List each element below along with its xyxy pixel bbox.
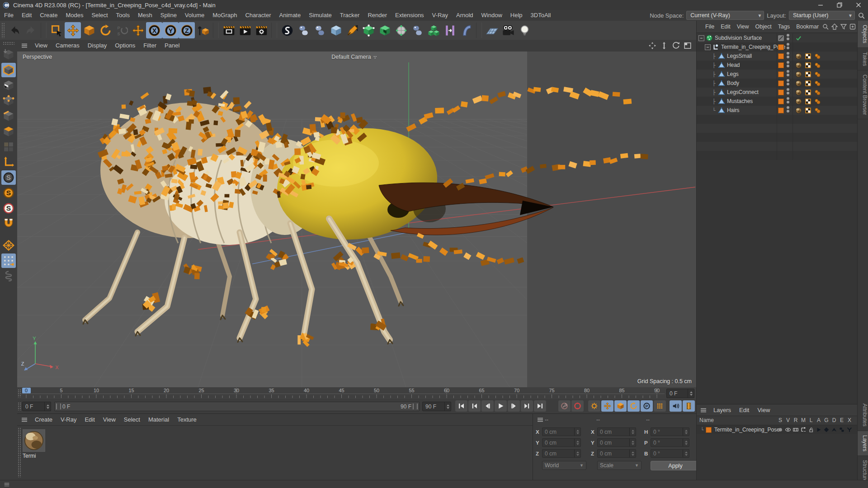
view-label[interactable]: Perspective — [23, 54, 52, 60]
minimize-button[interactable] — [811, 0, 830, 10]
python-c-button[interactable] — [409, 22, 425, 38]
tree-expander[interactable] — [698, 35, 704, 41]
layer-color-chip[interactable] — [778, 62, 784, 68]
polygon-object-icon[interactable] — [718, 98, 725, 105]
polygon-object-icon[interactable] — [718, 52, 725, 60]
menu-simulate[interactable]: Simulate — [305, 12, 336, 19]
coord-field-position-y[interactable]: 0 cm — [542, 438, 581, 447]
viewport[interactable]: Perspective Default Camera Grid Spacing … — [17, 52, 696, 387]
phong-tag-icon[interactable] — [814, 71, 821, 78]
enabled-check-icon[interactable] — [795, 35, 802, 42]
end-frame-field[interactable]: 90 F — [422, 402, 451, 411]
s-logo-button[interactable] — [279, 22, 295, 38]
object-row[interactable]: Termite_in_Creeping_Pose — [697, 42, 858, 52]
coord-field-rotation-b[interactable]: 0 ° — [651, 449, 689, 458]
play-button[interactable] — [495, 400, 507, 412]
layout-select[interactable]: Startup (User) ▼ — [789, 11, 855, 20]
filmstrip-button[interactable] — [683, 400, 695, 412]
layers-menu-edit[interactable]: Edit — [735, 405, 753, 416]
layer-color-chip[interactable] — [778, 99, 784, 104]
cube-points-button[interactable] — [360, 22, 377, 38]
object-menu-tags[interactable]: Tags — [775, 21, 793, 33]
last-tools-button[interactable]: PS — [113, 22, 130, 38]
polygon-object-icon[interactable] — [718, 80, 725, 87]
menu-extensions[interactable]: Extensions — [391, 12, 428, 19]
viewport-menu-options[interactable]: Options — [111, 40, 139, 52]
menu-mograph[interactable]: MoGraph — [208, 12, 241, 19]
layer-none-badge[interactable] — [778, 35, 784, 41]
kf-parameter-button[interactable]: P — [641, 400, 653, 412]
menu-v-ray[interactable]: V-Ray — [428, 12, 452, 19]
coord-field-rotation-p[interactable]: 0 ° — [651, 438, 689, 447]
camera-options-icon[interactable] — [373, 55, 377, 59]
sound-button[interactable] — [670, 400, 682, 412]
current-frame-field[interactable]: 0 F — [22, 402, 51, 411]
world-select[interactable]: World▼ — [542, 461, 586, 470]
material-menu-texture[interactable]: Texture — [173, 414, 201, 425]
toolbar-drag-handle[interactable] — [1, 23, 5, 38]
material-menu-view[interactable]: View — [99, 414, 120, 425]
layer-toggle-d-icon[interactable] — [830, 426, 838, 433]
viewport-maximize-icon[interactable] — [684, 42, 692, 50]
key-gear-button[interactable] — [588, 400, 600, 412]
workplane-button[interactable] — [1, 238, 16, 253]
axis-x-button[interactable]: X — [146, 22, 162, 38]
timeline-ruler[interactable]: 051015202530354045505560657075808590 0 F — [17, 387, 696, 399]
object-row[interactable]: ├Body — [697, 79, 858, 88]
spinner-arrows-icon[interactable] — [44, 402, 51, 411]
menu-tools[interactable]: Tools — [112, 12, 134, 19]
layer-toggle-r-icon[interactable] — [792, 426, 800, 433]
coord-field-scale-y[interactable]: 0 cm — [597, 438, 636, 447]
visibility-dots[interactable] — [787, 79, 789, 88]
menu-3dtoall[interactable]: 3DToAll — [527, 12, 555, 19]
cube-blue-button[interactable] — [328, 22, 344, 38]
layer-color-chip[interactable] — [778, 108, 784, 113]
layers-menu-layers[interactable]: Layers — [709, 405, 735, 416]
object-name[interactable]: Body — [727, 80, 739, 86]
uvw-tag-icon[interactable] — [805, 53, 811, 60]
point-mode-button[interactable] — [1, 94, 16, 108]
layer-color-chip[interactable] — [706, 427, 712, 433]
material-preview-icon[interactable] — [23, 429, 45, 452]
object-row[interactable]: ├LegsConnect — [697, 88, 858, 97]
search-icon[interactable] — [822, 23, 829, 30]
visibility-dots[interactable] — [787, 52, 789, 61]
menu-select[interactable]: Select — [87, 12, 112, 19]
status-menu-icon[interactable] — [4, 481, 10, 488]
material-ball-icon[interactable] — [795, 107, 802, 114]
coord-field-rotation-h[interactable]: 0 ° — [651, 427, 689, 436]
material-menu-v-ray[interactable]: V-Ray — [57, 414, 80, 425]
layer-toggle-a-icon[interactable] — [815, 426, 823, 433]
undo-button[interactable] — [6, 22, 23, 38]
uvw-tag-icon[interactable] — [805, 89, 811, 96]
menu-character[interactable]: Character — [241, 12, 275, 19]
polygon-object-icon[interactable] — [718, 70, 725, 78]
model-mode-button[interactable] — [1, 63, 16, 77]
light-button[interactable] — [516, 22, 533, 38]
python-b-button[interactable] — [311, 22, 328, 38]
phong-tag-icon[interactable] — [814, 53, 821, 60]
render-view-button[interactable] — [221, 22, 237, 38]
phong-tag-icon[interactable] — [814, 89, 821, 96]
menu-animate[interactable]: Animate — [275, 12, 305, 19]
menu-create[interactable]: Create — [36, 12, 61, 19]
material-menu-icon[interactable] — [21, 416, 28, 423]
kf-rotation-button[interactable] — [627, 400, 640, 412]
kf-scale-button[interactable] — [614, 400, 627, 412]
next-key-button[interactable] — [521, 400, 533, 412]
path-up-icon[interactable] — [831, 23, 838, 30]
object-name[interactable]: Legs — [727, 71, 739, 77]
object-menu-view[interactable]: View — [734, 21, 752, 33]
layer-toggle-m-icon[interactable] — [799, 426, 807, 433]
pla-dots-button[interactable] — [654, 400, 666, 412]
object-name[interactable]: Mustaches — [727, 98, 753, 104]
visibility-dots[interactable] — [787, 33, 789, 42]
object-name[interactable]: LegsSmall — [727, 53, 752, 59]
viewport-menu-filter[interactable]: Filter — [139, 40, 160, 52]
redo-button[interactable] — [23, 22, 39, 38]
phong-tag-icon[interactable] — [814, 107, 821, 114]
null-object-icon[interactable] — [712, 43, 719, 51]
kf-position-button[interactable] — [601, 400, 613, 412]
uvw-tag-icon[interactable] — [805, 62, 811, 69]
render-picture-viewer-button[interactable] — [237, 22, 253, 38]
